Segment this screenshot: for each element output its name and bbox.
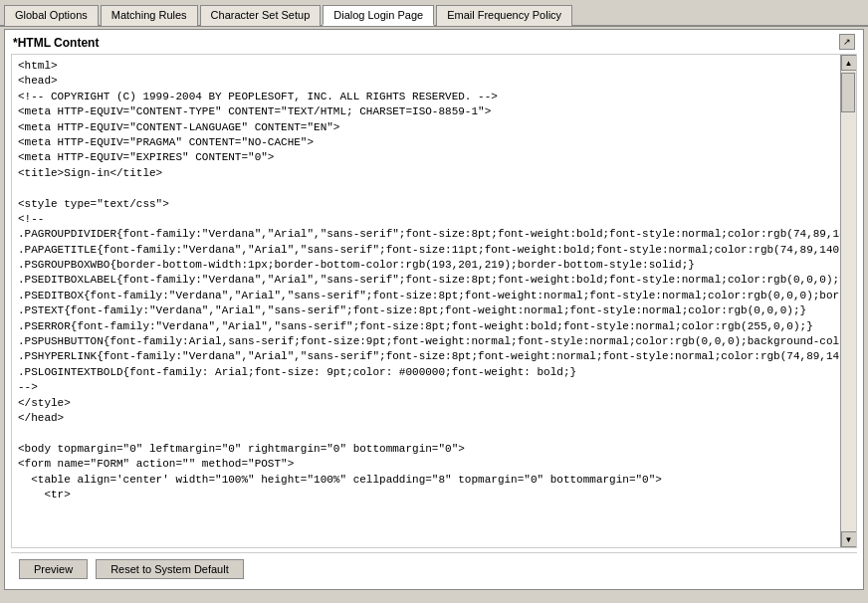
tab-dialog-login-page[interactable]: Dialog Login Page xyxy=(323,5,434,26)
main-content: *HTML Content ↗ <html> <head> <!-- COPYR… xyxy=(4,29,864,590)
reset-button[interactable]: Reset to System Default xyxy=(96,559,244,579)
expand-button[interactable]: ↗ xyxy=(839,34,855,50)
section-title: *HTML Content xyxy=(5,30,863,54)
tab-global-options[interactable]: Global Options xyxy=(4,5,99,26)
tab-email-frequency-policy[interactable]: Email Frequency Policy xyxy=(436,5,572,26)
scrollbar: ▲ ▼ xyxy=(840,55,856,547)
scroll-thumb[interactable] xyxy=(841,73,855,112)
scroll-track[interactable] xyxy=(841,71,856,531)
tab-bar: Global Options Matching Rules Character … xyxy=(0,0,868,27)
content-area: <html> <head> <!-- COPYRIGHT (C) 1999-20… xyxy=(11,54,857,548)
code-display[interactable]: <html> <head> <!-- COPYRIGHT (C) 1999-20… xyxy=(12,55,840,547)
scroll-down-button[interactable]: ▼ xyxy=(841,531,857,547)
preview-button[interactable]: Preview xyxy=(19,559,88,579)
tab-matching-rules[interactable]: Matching Rules xyxy=(101,5,198,26)
scroll-up-button[interactable]: ▲ xyxy=(841,55,857,71)
tab-character-set-setup[interactable]: Character Set Setup xyxy=(200,5,322,26)
footer-bar: Preview Reset to System Default xyxy=(11,552,857,585)
